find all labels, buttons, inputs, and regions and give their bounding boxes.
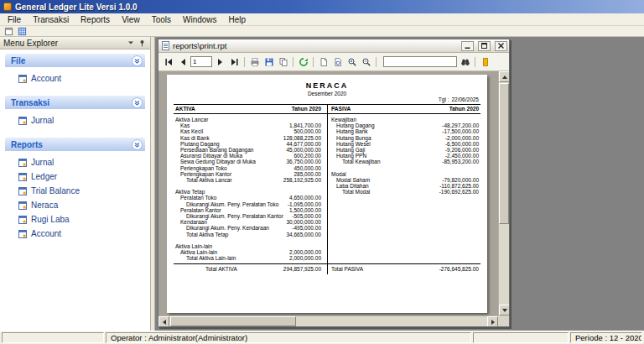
status-panel-spacer [473,332,569,343]
toolbar-separator [293,57,293,67]
report-row: Kendaraan30,000,000.00 [174,219,327,225]
first-page-icon[interactable] [162,55,174,68]
grid-icon[interactable] [17,26,27,36]
report-row-label: Total Aktiva Lain-lain [174,255,236,261]
form-icon [18,212,27,227]
report-row-label: Hutang Bank [327,128,368,134]
report-row-value: -190,692,625.00 [439,189,480,195]
menu-windows[interactable]: Windows [177,14,223,25]
copy-icon[interactable] [277,55,289,68]
export-icon[interactable] [262,55,275,68]
group-collapse-icon[interactable] [132,97,143,108]
group-tree-icon[interactable] [479,55,491,68]
find-icon[interactable] [459,55,471,68]
window-title: General Ledger Lite Versi 1.0.0 [15,3,138,12]
report-row: Sewa Gedung Dibayar di Muka36,750,000.00 [174,159,327,164]
report-section-aktiva-tetap: Aktiva TetapPeralatan Toko4,650,000.00Di… [174,189,327,237]
sidebar-item-account[interactable]: Account [18,227,145,241]
report-row-value: -2,000,000.00 [445,135,480,141]
report-row-value: 128,088,225.00 [283,135,327,141]
report-row-label: Dikurangi Akum. Peny. Peralatan Toko [174,201,278,207]
maximize-icon[interactable] [478,41,491,51]
report-row: Hutang Bank-17,500,000.00 [327,128,480,134]
vertical-scrollbar[interactable] [498,71,509,315]
menu-file[interactable]: File [2,14,27,25]
menu-transaksi[interactable]: Transaksi [27,14,75,25]
zoom-in-icon[interactable] [345,55,358,68]
balance-sheet-table: AKTIVA Tahun 2020 PASIVA Tahun 2020 Akti… [174,104,480,274]
total-pasiva-value: -276,645,825.00 [439,266,480,272]
sidebar-item-trial-balance[interactable]: Trial Balance [18,184,145,198]
page-number-input[interactable] [190,56,212,67]
menu-help[interactable]: Help [223,14,252,25]
pin-icon[interactable] [138,39,147,48]
report-window-titlebar[interactable]: reports\print.rpt [158,39,509,53]
menu-view[interactable]: View [116,14,146,25]
report-row-label: Hutang Dagang [327,122,375,128]
report-row: Modal Saham-79,820,000.00 [327,177,480,183]
pasiva-header: PASIVA Tahun 2020 [327,106,480,112]
report-window: reports\print.rpt [158,39,510,327]
sidebar-group-reports: ReportsJurnalLedgerTrial BalanceNeracaRu… [5,138,145,242]
scroll-up-icon[interactable] [499,71,509,82]
sidebar-item-rugi-laba[interactable]: Rugi Laba [18,212,145,227]
group-collapse-icon[interactable] [132,139,143,150]
chevron-down-icon[interactable] [126,39,135,48]
report-row-value: 2,000,000.00 [289,249,327,255]
main-toolbar [0,26,644,37]
aktiva-year-label: Tahun 2020 [292,106,327,112]
vertical-scroll-thumb[interactable] [499,83,509,224]
sidebar-group-header-reports[interactable]: Reports [5,138,145,151]
print-icon[interactable] [248,55,261,68]
report-row-value: 258,192,925.00 [283,177,327,183]
last-page-icon[interactable] [228,55,241,68]
report-row-label: Sewa Gedung Dibayar di Muka [174,159,256,164]
scroll-left-icon[interactable] [158,316,169,326]
group-collapse-icon[interactable] [132,55,143,66]
refresh-icon[interactable] [297,55,309,68]
scrollbar-corner [498,315,509,326]
menu-reports[interactable]: Reports [75,14,116,25]
horizontal-scrollbar[interactable] [158,315,498,326]
scroll-right-icon[interactable] [487,316,498,326]
report-row-label: Hutang Bunga [327,135,371,141]
sidebar-group-header-file[interactable]: File [5,54,145,67]
sidebar-item-jurnal[interactable]: Jurnal [18,155,145,169]
scroll-down-icon[interactable] [499,305,509,315]
report-row-value: 600,200.00 [293,153,327,159]
report-row-value: 500,000.00 [293,128,327,134]
next-page-icon[interactable] [214,55,226,68]
sidebar-item-label: Neraca [31,201,58,210]
sidebar-item-neraca[interactable]: Neraca [18,198,145,212]
menu-tools[interactable]: Tools [146,14,177,25]
toolbar-separator [313,57,314,67]
page-setup-icon[interactable] [317,55,330,68]
report-row: Total Aktiva Lain-lain2,000,000.00 [174,255,327,261]
zoom-out-icon[interactable] [360,55,372,68]
sidebar-group-header-transaksi[interactable]: Transaksi [5,96,145,109]
report-row: Kas1,841,700.00 [174,122,327,128]
minimize-icon[interactable] [461,41,474,51]
sidebar-item-jurnal[interactable]: Jurnal [18,113,145,128]
sidebar-item-label: Trial Balance [31,186,80,195]
pasiva-column: KewajibanHutang Dagang-48,297,200.00Huta… [327,117,480,263]
form-icon [18,71,27,86]
report-row-label: Peralatan Kantor [174,207,221,213]
search-text-input[interactable] [383,56,457,67]
report-row-label: Kas [174,122,190,128]
report-row: Total Aktiva Tetap34,665,000.00 [174,232,327,237]
close-icon[interactable] [495,41,507,51]
toolbar-separator [244,57,245,67]
form-icon [18,198,27,213]
sidebar-item-label: Account [31,229,61,238]
report-row-label: Total Kewajiban [327,159,381,164]
sidebar-item-ledger[interactable]: Ledger [18,169,145,184]
print-preview-icon[interactable] [331,55,344,68]
report-row: Dikurangi Akum. Peny. Kendaraan-495,000.… [174,225,327,231]
report-window-title: reports\print.rpt [173,41,457,50]
window-icon[interactable] [3,26,13,36]
prev-page-icon[interactable] [176,55,189,68]
sidebar-item-label: Ledger [31,172,57,181]
horizontal-scroll-thumb[interactable] [170,316,296,326]
sidebar-item-account[interactable]: Account [18,71,145,86]
